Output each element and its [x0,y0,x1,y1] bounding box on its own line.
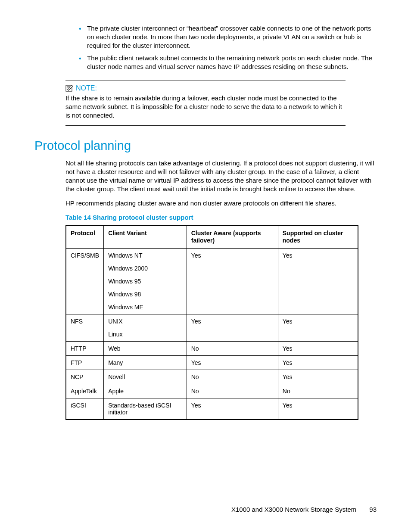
cell-aware: Yes [187,248,278,314]
table-header: Supported on cluster nodes [278,226,358,249]
table-row: FTPManyYesYes [66,355,358,370]
table-row: HTTPWebNoYes [66,341,358,355]
table-row: CIFS/SMBWindows NTWindows 2000Windows 95… [66,248,358,314]
variant-line: Windows 98 [108,291,182,298]
variant-line: Apple [108,388,182,395]
table-header: Cluster Aware (supports failover) [187,226,278,249]
cell-aware: No [187,384,278,398]
cell-supported: Yes [278,341,358,355]
table-header: Protocol [66,226,104,249]
cell-protocol: NCP [66,370,104,384]
variant-line: Windows NT [108,252,182,259]
cell-supported: Yes [278,248,358,314]
cell-supported: Yes [278,314,358,341]
protocol-table: Protocol Client Variant Cluster Aware (s… [65,225,358,420]
variant-line: Web [108,345,182,352]
cell-protocol: HTTP [66,341,104,355]
table-row: iSCSIStandards-based iSCSI initiatorYesY… [66,398,358,420]
footer-title: X1000 and X3000 Network Storage System [231,506,356,513]
note-icon [65,85,73,92]
body-paragraph: Not all file sharing protocols can take … [65,159,377,194]
page: The private cluster interconnect or “hea… [0,0,411,532]
page-footer: X1000 and X3000 Network Storage System 9… [231,506,377,513]
cell-protocol: NFS [66,314,104,341]
cell-protocol: FTP [66,355,104,370]
cell-variant: Novell [104,370,187,384]
variant-line: Linux [108,331,182,338]
cell-protocol: iSCSI [66,398,104,420]
page-number: 93 [369,506,377,513]
cell-protocol: AppleTalk [66,384,104,398]
cell-aware: No [187,341,278,355]
cell-supported: No [278,384,358,398]
table-row: AppleTalkAppleNoNo [66,384,358,398]
variant-line: Windows 2000 [108,265,182,272]
bullet-list: The private cluster interconnect or “hea… [34,24,377,71]
bullet-item: The public client network subnet connect… [78,54,377,71]
cell-variant: UNIXLinux [104,314,187,341]
cell-supported: Yes [278,370,358,384]
variant-line: Novell [108,373,182,380]
variant-line: UNIX [108,318,182,325]
cell-variant: Web [104,341,187,355]
variant-line: Standards-based iSCSI initiator [108,402,182,416]
table-caption: Table 14 Sharing protocol cluster suppor… [65,214,377,221]
cell-variant: Many [104,355,187,370]
table-row: NFSUNIXLinuxYesYes [66,314,358,341]
section-heading: Protocol planning [34,139,377,153]
cell-aware: Yes [187,355,278,370]
variant-line: Many [108,359,182,366]
variant-line: Windows 95 [108,278,182,285]
variant-line: Windows ME [108,304,182,311]
cell-protocol: CIFS/SMB [66,248,104,314]
cell-supported: Yes [278,355,358,370]
table-header-row: Protocol Client Variant Cluster Aware (s… [66,226,358,249]
cell-variant: Windows NTWindows 2000Windows 95Windows … [104,248,187,314]
cell-supported: Yes [278,398,358,420]
note-label: NOTE: [76,84,97,92]
note-block: NOTE: If the share is to remain availabl… [65,81,346,126]
table-header: Client Variant [104,226,187,249]
divider [65,125,346,126]
cell-aware: Yes [187,314,278,341]
bullet-item: The private cluster interconnect or “hea… [78,24,377,50]
cell-variant: Standards-based iSCSI initiator [104,398,187,420]
note-body: If the share is to remain available duri… [65,94,346,120]
note-heading: NOTE: [65,84,346,92]
cell-aware: No [187,370,278,384]
table-row: NCPNovellNoYes [66,370,358,384]
divider [65,81,346,81]
cell-variant: Apple [104,384,187,398]
cell-aware: Yes [187,398,278,420]
body-paragraph: HP recommends placing cluster aware and … [65,199,377,208]
